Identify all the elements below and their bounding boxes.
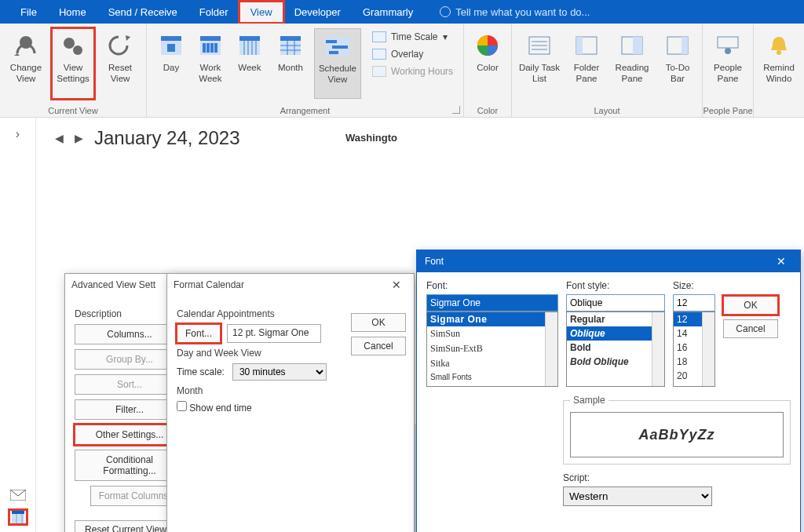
group-color: Color Color [464, 24, 512, 117]
workspace: › ◀ ▶ January 24, 2023 Washingto Advance… [0, 118, 804, 532]
list-item[interactable]: Bold [567, 341, 664, 355]
scrollbar[interactable] [702, 312, 714, 386]
list-item[interactable]: Regular [567, 312, 664, 326]
font-name-list[interactable]: Sigmar One SimSun SimSun-ExtB Sitka Smal… [426, 312, 558, 387]
scrollbar[interactable] [545, 312, 557, 386]
daily-task-label: Daily Task List [517, 63, 562, 85]
prev-day-button[interactable]: ◀ [55, 132, 64, 144]
fc-cancel-button[interactable]: Cancel [351, 337, 406, 355]
reset-view-button[interactable]: Reset View [99, 28, 141, 99]
schedule-view-button[interactable]: Schedule View [314, 28, 361, 99]
color-wheel-icon [473, 31, 502, 60]
svg-rect-21 [280, 41, 301, 55]
tab-file[interactable]: File [9, 2, 48, 23]
svg-rect-11 [206, 43, 210, 53]
svg-rect-45 [12, 510, 24, 514]
fc-close-icon[interactable]: ✕ [386, 279, 407, 291]
list-item[interactable]: Oblique [567, 326, 664, 341]
tab-grammarly[interactable]: Grammarly [352, 2, 424, 23]
reading-pane-button[interactable]: Reading Pane [611, 28, 653, 99]
week-button[interactable]: Week [232, 28, 267, 99]
people-pane-button[interactable]: People Pane [707, 28, 748, 99]
todo-bar-button[interactable]: To-Do Bar [658, 28, 697, 99]
list-item[interactable]: Bold Oblique [567, 355, 664, 369]
overlay-button[interactable]: Overlay [369, 47, 456, 61]
fc-show-end-checkbox[interactable] [177, 401, 187, 411]
work-week-button[interactable]: Work Week [193, 28, 228, 99]
tell-me-search[interactable]: Tell me what you want to do... [440, 6, 590, 18]
view-settings-button[interactable]: View Settings [52, 28, 94, 99]
day-button[interactable]: Day [154, 28, 188, 99]
list-item[interactable]: Sigmar One [427, 312, 557, 326]
reset-icon [106, 31, 134, 60]
month-label: Month [278, 63, 303, 74]
fc-titlebar: Format Calendar ✕ [167, 274, 414, 296]
script-select[interactable]: Western [563, 486, 712, 506]
group-label-people: People Pane [703, 106, 753, 115]
svg-marker-1 [14, 53, 20, 56]
svg-rect-10 [203, 43, 206, 53]
group-label-arrangement: Arrangement [147, 106, 463, 115]
svg-rect-13 [214, 43, 217, 53]
working-hours-label: Working Hours [391, 66, 453, 77]
working-hours-button[interactable]: Working Hours [369, 64, 456, 78]
menu-tabs: File Home Send / Receive Folder View Dev… [0, 0, 804, 24]
font-size-input[interactable] [673, 294, 715, 312]
ribbon: Change View View Settings Reset View Cur… [0, 24, 804, 118]
reset-current-view-button[interactable]: Reset Current View [75, 520, 177, 532]
list-item[interactable]: SimSun-ExtB [427, 341, 557, 356]
expand-nav-icon[interactable]: › [16, 127, 20, 141]
change-view-button[interactable]: Change View [5, 28, 47, 99]
script-label: Script: [563, 472, 791, 483]
fc-ok-button[interactable]: OK [351, 313, 406, 332]
month-button[interactable]: Month [272, 28, 309, 99]
list-item[interactable]: SimSun [427, 326, 557, 341]
svg-rect-29 [329, 51, 338, 54]
svg-rect-20 [280, 36, 301, 41]
svg-rect-14 [239, 36, 260, 41]
group-label-color: Color [464, 106, 511, 115]
time-scale-button[interactable]: Time Scale ▾ [369, 30, 456, 44]
people-pane-label: People Pane [707, 63, 748, 85]
folder-pane-label: Folder Pane [567, 63, 606, 85]
fc-show-end-time[interactable]: Show end time [177, 403, 252, 414]
folder-pane-button[interactable]: Folder Pane [567, 28, 606, 99]
fc-font-button[interactable]: Font... [177, 324, 221, 343]
font-style-list[interactable]: Regular Oblique Bold Bold Oblique [566, 312, 665, 387]
tab-folder[interactable]: Folder [188, 2, 239, 23]
font-cancel-button[interactable]: Cancel [723, 319, 778, 338]
calendar-workweek-icon [196, 31, 225, 60]
tab-home[interactable]: Home [48, 2, 97, 23]
clock-icon [372, 66, 386, 77]
reminders-window-button[interactable]: Remind Windo [758, 28, 799, 99]
list-item[interactable]: Snap ITC [427, 383, 557, 387]
day-label: Day [163, 63, 179, 74]
change-view-label: Change View [5, 63, 47, 85]
svg-rect-8 [200, 36, 221, 41]
font-style-input[interactable] [566, 294, 665, 312]
font-size-list[interactable]: 12 14 16 18 20 22 24 [673, 312, 715, 387]
list-item[interactable]: Sitka [427, 356, 557, 371]
mail-icon[interactable] [9, 488, 27, 502]
group-arrangement: Day Work Week Week Month Schedule View T… [147, 24, 464, 117]
font-close-icon[interactable]: ✕ [770, 255, 792, 268]
lightbulb-icon [440, 6, 451, 17]
fc-time-scale-select[interactable]: 30 minutes [232, 363, 327, 381]
font-name-input[interactable] [426, 294, 558, 312]
arrangement-dialog-launcher[interactable] [452, 106, 460, 114]
calendar-nav-icon[interactable] [9, 510, 27, 524]
scrollbar[interactable] [652, 312, 664, 386]
svg-rect-38 [633, 37, 642, 54]
svg-rect-7 [167, 44, 175, 52]
list-item[interactable]: Small Fonts [427, 371, 557, 383]
color-button[interactable]: Color [469, 28, 506, 99]
tab-developer[interactable]: Developer [283, 2, 352, 23]
reset-view-label: Reset View [99, 63, 141, 85]
schedule-view-label: Schedule View [315, 64, 360, 86]
current-date: January 24, 2023 [94, 127, 239, 149]
tab-view[interactable]: View [239, 2, 283, 23]
next-day-button[interactable]: ▶ [75, 132, 83, 144]
tab-send-receive[interactable]: Send / Receive [97, 2, 188, 23]
font-ok-button[interactable]: OK [723, 296, 778, 315]
daily-task-list-button[interactable]: Daily Task List [517, 28, 562, 99]
